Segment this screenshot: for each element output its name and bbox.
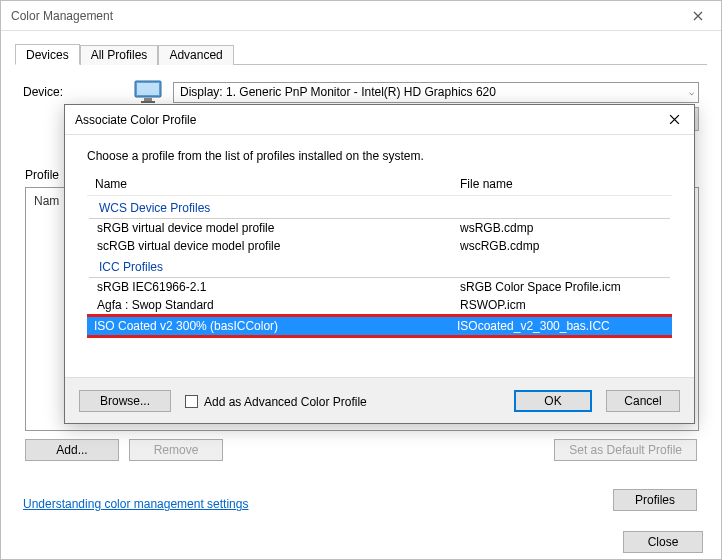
- svg-rect-2: [144, 98, 152, 101]
- tab-strip: Devices All Profiles Advanced: [15, 43, 707, 65]
- svg-rect-1: [137, 83, 159, 95]
- dialog-subtitle: Choose a profile from the list of profil…: [87, 149, 672, 163]
- chevron-down-icon: ⌵: [689, 87, 694, 97]
- dialog-close-button[interactable]: [654, 105, 694, 135]
- list-item[interactable]: Agfa : Swop Standard RSWOP.icm: [87, 296, 672, 314]
- monitor-icon: [133, 79, 163, 105]
- list-item-selected[interactable]: ISO Coated v2 300% (basICColor) ISOcoate…: [87, 317, 672, 335]
- list-item[interactable]: sRGB virtual device model profile wsRGB.…: [87, 219, 672, 237]
- tab-advanced[interactable]: Advanced: [158, 45, 233, 65]
- device-select[interactable]: Display: 1. Generic PnP Monitor - Intel(…: [173, 82, 699, 103]
- close-button[interactable]: Close: [623, 531, 703, 553]
- list-item[interactable]: sRGB IEC61966-2.1 sRGB Color Space Profi…: [87, 278, 672, 296]
- dialog-title: Associate Color Profile: [75, 113, 196, 127]
- svg-rect-3: [141, 101, 155, 103]
- device-label: Device:: [23, 85, 133, 99]
- tab-devices[interactable]: Devices: [15, 44, 80, 65]
- profile-list-header[interactable]: Name File name: [87, 175, 672, 196]
- titlebar: Color Management: [1, 1, 721, 31]
- profiles-button[interactable]: Profiles: [613, 489, 697, 511]
- dialog-body: Choose a profile from the list of profil…: [65, 135, 694, 377]
- dialog-titlebar: Associate Color Profile: [65, 105, 694, 135]
- ok-button[interactable]: OK: [514, 390, 592, 412]
- close-icon: [693, 11, 703, 21]
- add-advanced-checkbox[interactable]: Add as Advanced Color Profile: [185, 393, 367, 409]
- associate-profile-dialog: Associate Color Profile Choose a profile…: [64, 104, 695, 424]
- help-link[interactable]: Understanding color management settings: [23, 497, 248, 511]
- remove-button: Remove: [129, 439, 223, 461]
- column-file-header[interactable]: File name: [460, 177, 672, 191]
- column-name-header[interactable]: Name: [95, 177, 460, 191]
- selection-highlight: ISO Coated v2 300% (basICColor) ISOcoate…: [87, 314, 672, 338]
- group-icc: ICC Profiles: [89, 257, 670, 278]
- profile-list[interactable]: Name File name WCS Device Profiles sRGB …: [87, 175, 672, 377]
- close-icon: [669, 114, 680, 125]
- window-title: Color Management: [11, 9, 113, 23]
- list-item[interactable]: scRGB virtual device model profile wscRG…: [87, 237, 672, 255]
- profiles-section-label: Profile: [25, 168, 59, 182]
- browse-button[interactable]: Browse...: [79, 390, 171, 412]
- tab-all-profiles[interactable]: All Profiles: [80, 45, 159, 65]
- set-default-profile-button: Set as Default Profile: [554, 439, 697, 461]
- window-close-button[interactable]: [675, 1, 721, 31]
- checkbox-icon: [185, 395, 198, 408]
- add-button[interactable]: Add...: [25, 439, 119, 461]
- dialog-footer: Browse... Add as Advanced Color Profile …: [65, 377, 694, 423]
- group-wcs: WCS Device Profiles: [89, 198, 670, 219]
- cancel-button[interactable]: Cancel: [606, 390, 680, 412]
- device-select-value: Display: 1. Generic PnP Monitor - Intel(…: [180, 85, 496, 99]
- device-row: Device: Display: 1. Generic PnP Monitor …: [23, 79, 699, 105]
